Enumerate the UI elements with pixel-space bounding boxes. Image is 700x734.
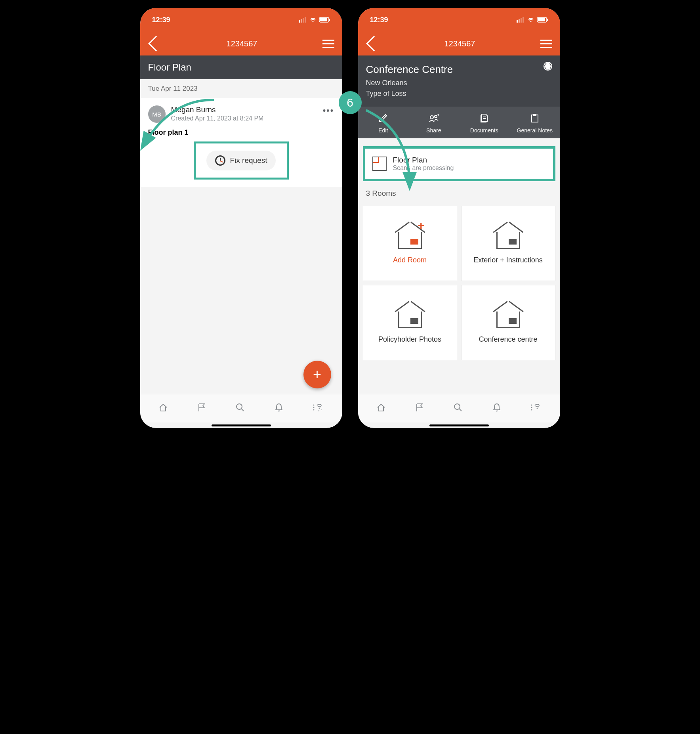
back-button[interactable]	[366, 38, 380, 49]
phone-left: 12:39 1234567 Floor Plan Tue Apr 11 2023…	[140, 8, 342, 428]
svg-rect-2	[303, 18, 304, 23]
svg-rect-18	[523, 17, 524, 23]
svg-rect-22	[547, 19, 548, 21]
tabbar: + ˅	[140, 394, 342, 422]
svg-point-29	[531, 407, 532, 408]
room-exterior[interactable]: Exterior + Instructions	[461, 206, 555, 281]
menu-button[interactable]	[540, 40, 552, 48]
tab-flag[interactable]	[196, 402, 207, 415]
svg-point-12	[313, 409, 314, 410]
status-time: 12:39	[370, 16, 388, 24]
project-city: New Orleans	[366, 79, 552, 87]
app-header: 1234567	[140, 32, 342, 55]
signal-icon	[517, 17, 525, 23]
tabbar	[358, 394, 560, 422]
svg-rect-3	[305, 17, 306, 23]
tab-bell[interactable]	[492, 402, 502, 415]
svg-text:+ ˅: + ˅	[318, 409, 322, 413]
sub-header-title: Floor Plan	[140, 55, 342, 79]
globe-icon[interactable]	[544, 62, 552, 71]
svg-point-8	[237, 404, 242, 409]
status-icons	[299, 17, 330, 23]
room-conf[interactable]: Conference centre	[461, 285, 555, 360]
step-badge: 6	[339, 91, 362, 114]
room-add[interactable]: + Add Room	[363, 206, 457, 281]
fix-request-label: Fix request	[230, 156, 267, 165]
svg-line-9	[241, 409, 244, 411]
arrow-to-fix	[131, 95, 222, 159]
signal-icon	[299, 17, 307, 23]
svg-rect-17	[521, 18, 522, 23]
add-fab[interactable]: +	[303, 361, 331, 388]
battery-icon	[319, 17, 330, 23]
status-time: 12:39	[152, 16, 170, 24]
header-title: 1234567	[380, 39, 540, 48]
svg-point-24	[435, 115, 437, 118]
header-title: 1234567	[162, 39, 322, 48]
battery-icon	[537, 17, 548, 23]
tab-bell[interactable]	[274, 402, 284, 415]
svg-point-30	[531, 409, 532, 410]
project-header: Conference Centre New Orleans Type of Lo…	[358, 55, 560, 107]
room-photos[interactable]: Policyholder Photos	[363, 285, 457, 360]
home-indicator	[212, 424, 271, 426]
tab-more[interactable]: + ˅	[312, 402, 324, 415]
status-bar: 12:39	[140, 8, 342, 32]
app-header: 1234567	[358, 32, 560, 55]
svg-point-11	[313, 407, 314, 408]
svg-point-26	[454, 404, 460, 409]
action-notes[interactable]: General Notes	[509, 112, 560, 134]
back-button[interactable]	[148, 38, 162, 49]
wifi-icon	[309, 17, 317, 23]
tab-home[interactable]	[376, 402, 386, 415]
svg-point-31	[536, 407, 538, 409]
wifi-icon	[527, 17, 535, 23]
tab-more[interactable]	[530, 402, 542, 415]
phone-right: 12:39 1234567 Conference Centre New Orle…	[358, 8, 560, 428]
tab-search[interactable]	[235, 402, 245, 415]
project-title: Conference Centre	[366, 63, 552, 76]
status-icons	[517, 17, 548, 23]
svg-rect-21	[538, 18, 545, 21]
tab-flag[interactable]	[414, 402, 425, 415]
project-loss: Type of Loss	[366, 90, 552, 98]
svg-rect-6	[320, 18, 327, 21]
action-documents[interactable]: Documents	[459, 112, 510, 134]
svg-point-19	[530, 21, 531, 22]
document-icon	[478, 112, 490, 124]
notes-icon	[529, 112, 541, 124]
svg-point-10	[313, 404, 314, 405]
svg-rect-1	[301, 19, 302, 23]
svg-rect-15	[517, 20, 518, 23]
more-button[interactable]: •••	[322, 105, 334, 116]
home-indicator	[429, 424, 489, 426]
status-bar: 12:39	[358, 8, 560, 32]
tab-search[interactable]	[453, 402, 463, 415]
arrow-to-floorplan	[354, 107, 433, 198]
tab-home[interactable]	[158, 402, 168, 415]
svg-rect-7	[329, 19, 330, 21]
svg-rect-16	[519, 19, 520, 23]
svg-point-28	[531, 404, 532, 405]
menu-button[interactable]	[322, 40, 334, 48]
svg-line-27	[459, 409, 462, 411]
svg-rect-0	[299, 20, 300, 23]
room-grid: + Add Room Exterior + Instructions Polic…	[358, 206, 560, 360]
svg-point-4	[312, 21, 313, 22]
